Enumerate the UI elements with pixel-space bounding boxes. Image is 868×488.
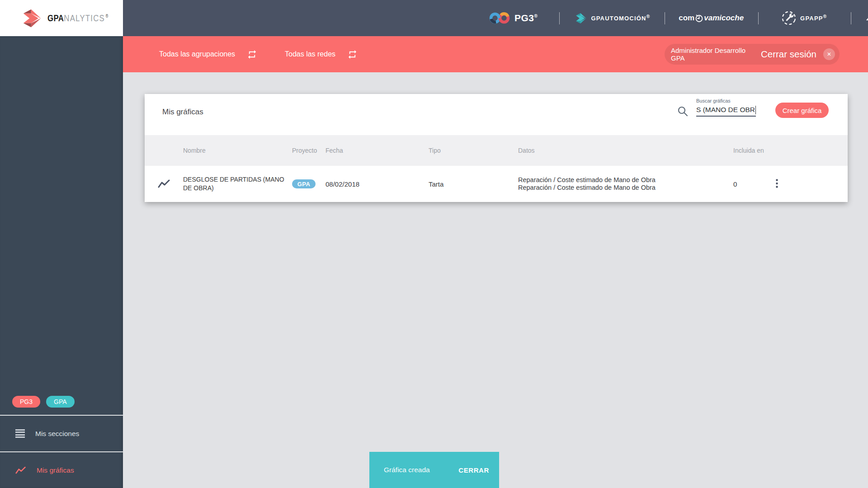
header-proyecto: Proyecto	[292, 147, 326, 154]
sidebar-item-label: Mis secciones	[35, 430, 79, 438]
topbar-divider	[559, 12, 560, 24]
gpautomocion-label[interactable]: GPAUTOMOCIÓN®	[591, 14, 650, 22]
header-datos: Datos	[518, 147, 733, 154]
topbar-divider	[758, 12, 759, 24]
header-tipo: Tipo	[429, 147, 518, 154]
top-bar: GPANALYTICS® PG3®	[0, 0, 868, 36]
table-header-row: Nombre Proyecto Fecha Tipo Datos Incluid…	[145, 135, 848, 166]
topbar-brand-links: PG3® GPAUTOMOCIÓN® com	[489, 0, 868, 36]
app: GPANALYTICS® PG3®	[0, 0, 868, 488]
sidebar-item-label: Mis gráficas	[37, 466, 74, 474]
filter-label: Todas las agrupaciones	[159, 50, 235, 58]
topbar-divider	[851, 12, 851, 24]
included-in-cell: 0	[733, 180, 769, 188]
compravamicoche-label[interactable]: com vamicoche	[679, 14, 744, 23]
swap-icon[interactable]	[247, 49, 257, 60]
filter-redes[interactable]: Todas las redes	[285, 36, 358, 72]
logout-close-icon[interactable]: ✕	[823, 48, 835, 60]
sections-icon	[15, 429, 25, 438]
toast-close-button[interactable]: CERRAR	[456, 466, 492, 474]
header-fecha: Fecha	[326, 147, 429, 154]
data-line: Reparación / Coste estimado de Mano de O…	[518, 176, 733, 184]
sidebar-spacer	[0, 36, 123, 389]
topbar-divider	[665, 12, 665, 24]
sidebar-badges: PG3 GPA	[0, 389, 123, 415]
pg3-logo-icon[interactable]	[489, 11, 510, 25]
table-row[interactable]: DESGLOSE DE PARTIDAS (MANO DE OBRA) GPA …	[145, 166, 848, 202]
badge-gpa[interactable]: GPA	[46, 396, 75, 408]
user-name: Administrador Desarrollo GPA	[671, 47, 758, 62]
data-line: Reparación / Coste estimado de Mano de O…	[518, 184, 733, 192]
toast-snackbar: Gráfica creada CERRAR	[369, 452, 499, 488]
badge-pg3[interactable]: PG3	[12, 396, 40, 408]
chart-name: DESGLOSE DE PARTIDAS (MANO DE OBRA)	[183, 175, 292, 192]
text-caret	[755, 106, 756, 114]
pg3-label[interactable]: PG3®	[514, 13, 538, 23]
gpapp-label[interactable]: GPAPP®	[800, 14, 827, 22]
page-title: Mis gráficas	[162, 108, 203, 117]
user-session-pill: Administrador Desarrollo GPA Cerrar sesi…	[665, 44, 840, 65]
gpanalytics-arrow-icon	[22, 8, 43, 28]
sidebar-item-mis-graficas[interactable]: Mis gráficas	[0, 452, 123, 488]
gpautomocion-logo-icon[interactable]	[575, 12, 587, 24]
gpapp-wrench-icon[interactable]	[781, 10, 797, 26]
mis-graficas-card: Mis gráficas Buscar gráficas Crear gráfi…	[145, 94, 848, 202]
filter-label: Todas las redes	[285, 50, 335, 58]
actions-cell	[769, 177, 848, 191]
project-cell: GPA	[292, 179, 326, 188]
line-chart-icon	[158, 179, 170, 189]
gpanalytics-wordmark: GPANALYTICS®	[47, 13, 108, 23]
header-incluida-en: Incluida en	[733, 147, 769, 154]
search-icon[interactable]	[677, 106, 689, 117]
header-nombre: Nombre	[183, 147, 292, 154]
row-menu-kebab-icon[interactable]	[774, 177, 780, 191]
collapse-caret-icon[interactable]	[866, 16, 868, 20]
type-cell: Tarta	[429, 180, 518, 188]
filter-agrupaciones[interactable]: Todas las agrupaciones	[159, 36, 257, 72]
logout-button[interactable]: Cerrar sesión	[758, 48, 819, 60]
project-badge: GPA	[292, 179, 316, 188]
date-cell: 08/02/2018	[326, 180, 429, 188]
clock-icon	[695, 14, 703, 23]
line-chart-icon	[15, 466, 26, 475]
sidebar: PG3 GPA Mis secciones Mis gráficas	[0, 36, 123, 488]
swap-icon[interactable]	[347, 49, 358, 60]
search-input[interactable]	[696, 104, 756, 117]
data-cell: Reparación / Coste estimado de Mano de O…	[518, 176, 733, 192]
create-chart-button[interactable]: Crear gráfica	[775, 103, 829, 118]
sidebar-item-mis-secciones[interactable]: Mis secciones	[0, 416, 123, 451]
filter-bar: Todas las agrupaciones Todas las redes A…	[123, 36, 868, 72]
search-field-wrap: Buscar gráficas	[696, 98, 756, 117]
gpanalytics-logo[interactable]: GPANALYTICS®	[0, 0, 123, 36]
row-chart-icon-cell	[145, 179, 183, 189]
toast-message: Gráfica creada	[384, 466, 456, 474]
card-header: Mis gráficas Buscar gráficas Crear gráfi…	[145, 94, 848, 135]
search-field-label: Buscar gráficas	[696, 98, 756, 103]
